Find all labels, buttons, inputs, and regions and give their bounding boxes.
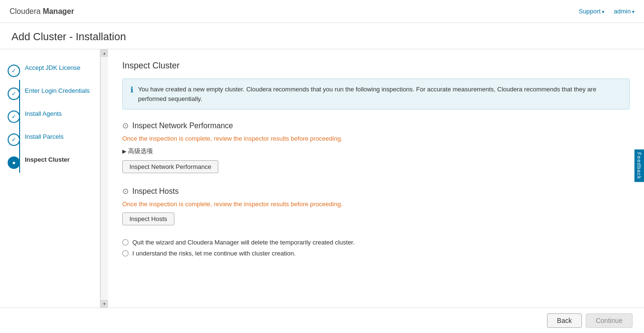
feedback-wrapper: Feedback: [634, 149, 644, 183]
step-wrapper-accept-jdk: ✓ Accept JDK License: [0, 59, 100, 82]
sidebar-item-install-parcels[interactable]: ✓ Install Parcels: [0, 128, 100, 151]
step-label-inspect-cluster: Inspect Cluster: [25, 155, 70, 164]
step-icon-install-agents: ✓: [8, 111, 20, 123]
sidebar-item-inspect-cluster[interactable]: ● Inspect Cluster: [0, 151, 100, 174]
admin-link[interactable]: admin: [614, 8, 634, 15]
scroll-track: [101, 57, 108, 300]
radio-item-continue: I understand the risks, let me continue …: [122, 250, 630, 257]
info-icon: ℹ: [130, 85, 133, 94]
step-label-install-parcels: Install Parcels: [25, 133, 64, 141]
network-inspection-title: ⊙ Inspect Network Performance: [122, 121, 630, 130]
header-nav: Support admin: [579, 8, 634, 15]
step-wrapper-inspect-cluster: ● Inspect Cluster: [0, 151, 100, 174]
advanced-toggle[interactable]: ▶ 高级选项: [122, 147, 630, 155]
sidebar-item-install-agents[interactable]: ✓ Install Agents: [0, 105, 100, 128]
main-layout: ✓ Accept JDK License ✓ Enter Login Crede…: [0, 49, 644, 308]
footer: Back Continue: [0, 308, 644, 333]
brand-manager: Manager: [43, 7, 74, 15]
section-title: Inspect Cluster: [122, 61, 630, 71]
hosts-inspection-title: ⊙ Inspect Hosts: [122, 187, 630, 196]
inspect-hosts-button[interactable]: Inspect Hosts: [122, 212, 174, 225]
inspect-network-button[interactable]: Inspect Network Performance: [122, 160, 218, 173]
radio-item-quit: Quit the wizard and Cloudera Manager wil…: [122, 239, 630, 246]
step-icon-enter-login: ✓: [8, 88, 20, 100]
radio-continue[interactable]: [122, 250, 129, 256]
sidebar-item-enter-login[interactable]: ✓ Enter Login Credentials: [0, 82, 100, 105]
radio-group: Quit the wizard and Cloudera Manager wil…: [122, 239, 630, 257]
step-label-enter-login: Enter Login Credentials: [25, 87, 90, 95]
scroll-down-btn[interactable]: ▼: [101, 300, 108, 308]
header: Cloudera Manager Support admin: [0, 0, 644, 23]
back-button[interactable]: Back: [547, 313, 582, 328]
step-icon-inspect-cluster: ●: [8, 156, 20, 169]
info-text: You have created a new empty cluster. Cl…: [138, 85, 622, 103]
clock-icon-network: ⊙: [122, 121, 129, 130]
feedback-button[interactable]: Feedback: [634, 149, 644, 182]
hosts-inspection-section: ⊙ Inspect Hosts Once the inspection is c…: [122, 187, 630, 225]
sidebar: ✓ Accept JDK License ✓ Enter Login Crede…: [0, 49, 100, 308]
clock-icon-hosts: ⊙: [122, 187, 129, 196]
step-wrapper-install-agents: ✓ Install Agents: [0, 105, 100, 128]
step-wrapper-install-parcels: ✓ Install Parcels: [0, 128, 100, 151]
network-inspection-title-text: Inspect Network Performance: [132, 122, 233, 130]
info-box: ℹ You have created a new empty cluster. …: [122, 78, 630, 110]
sidebar-steps: ✓ Accept JDK License ✓ Enter Login Crede…: [0, 59, 100, 174]
hosts-inspection-desc: Once the inspection is complete, review …: [122, 200, 630, 208]
radio-quit[interactable]: [122, 239, 129, 245]
radio-quit-label[interactable]: Quit the wizard and Cloudera Manager wil…: [132, 239, 354, 246]
network-inspection-section: ⊙ Inspect Network Performance Once the i…: [122, 121, 630, 173]
step-icon-install-parcels: ✓: [8, 133, 20, 146]
support-link[interactable]: Support: [579, 8, 604, 15]
sidebar-item-accept-jdk[interactable]: ✓ Accept JDK License: [0, 59, 100, 82]
step-label-accept-jdk: Accept JDK License: [25, 64, 80, 72]
scroll-up-btn[interactable]: ▲: [101, 49, 108, 57]
brand: Cloudera Manager: [10, 7, 74, 16]
content-area: Inspect Cluster ℹ You have created a new…: [108, 49, 644, 308]
brand-name: Cloudera: [10, 7, 41, 15]
arrow-icon: ▶: [122, 148, 126, 155]
page-title: Add Cluster - Installation: [0, 23, 644, 49]
step-label-install-agents: Install Agents: [25, 110, 62, 118]
continue-button[interactable]: Continue: [586, 313, 633, 328]
sidebar-scrollbar[interactable]: ▲ ▼: [100, 49, 108, 308]
hosts-inspection-title-text: Inspect Hosts: [132, 187, 179, 196]
network-inspection-desc: Once the inspection is complete, review …: [122, 135, 630, 142]
step-wrapper-enter-login: ✓ Enter Login Credentials: [0, 82, 100, 105]
step-icon-accept-jdk: ✓: [8, 65, 20, 77]
radio-continue-label[interactable]: I understand the risks, let me continue …: [132, 250, 296, 257]
advanced-label: 高级选项: [128, 147, 153, 155]
